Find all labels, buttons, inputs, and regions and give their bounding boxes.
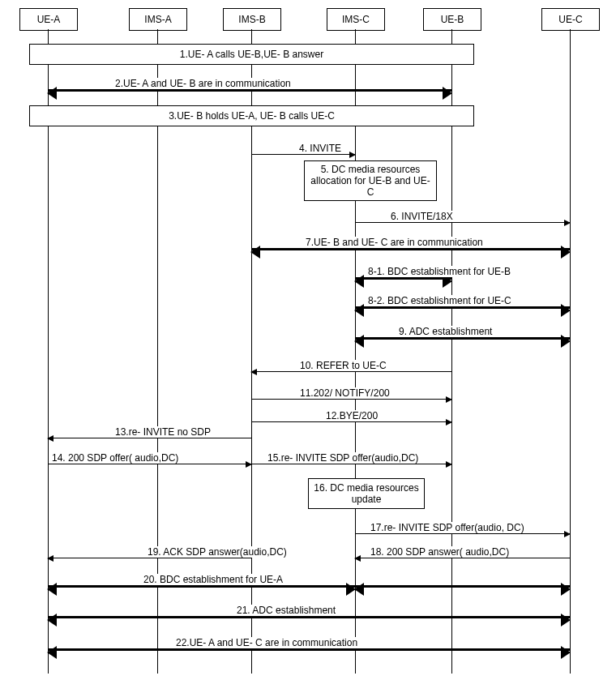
arrow-step-6 [355,222,570,223]
step-label: 9. ADC establishment [397,326,494,337]
arrow-step-8-2 [355,306,570,309]
step-label: 13.re- INVITE no SDP [113,426,212,438]
participant-ims-c: IMS-C [327,8,385,31]
step-label: 22.UE- A and UE- C are in communication [174,637,359,648]
step-label: 3.UE- B holds UE-A, UE- B calls UE-C [169,110,335,122]
step-label: 21. ADC establishment [235,605,337,616]
sequence-diagram: UE-A IMS-A IMS-B IMS-C UE-B UE-C 1.UE- A… [0,0,616,680]
step-label: 7.UE- B and UE- C are in communication [304,237,485,248]
step-label: 12.BYE/200 [324,410,379,421]
participant-ims-a: IMS-A [129,8,187,31]
lifeline-ue-c [570,29,571,674]
arrow-step-7 [251,248,570,250]
step-label: 8-2. BDC establishment for UE-C [366,295,513,306]
step-1-box: 1.UE- A calls UE-B,UE- B answer [29,44,474,65]
arrow-step-13 [48,438,251,438]
arrow-step-15 [251,464,451,464]
participant-label: UE-C [558,14,582,25]
step-label: 11.202/ NOTIFY/200 [298,387,391,399]
arrow-step-9 [355,337,570,340]
participant-label: IMS-C [342,14,370,25]
step-label: 6. INVITE/18X [389,211,455,222]
arrow-step-22 [48,648,570,651]
arrow-step-8-1 [355,277,451,280]
step-label: 2.UE- A and UE- B are in communication [113,78,293,89]
participant-ims-b: IMS-B [223,8,281,31]
step-label: 5. DC media resources allocation for UE-… [310,164,431,198]
arrow-step-18 [355,558,570,558]
arrow-step-17 [355,533,570,534]
step-label: 8-1. BDC establishment for UE-B [366,266,512,277]
participant-label: UE-A [37,14,61,25]
step-label: 14. 200 SDP offer( audio,DC) [50,452,180,464]
arrow-step-19 [48,558,251,558]
step-label: 4. INVITE [297,143,343,154]
arrow-step-10 [251,371,451,372]
arrow-step-4 [251,154,355,155]
step-label: 16. DC media resources update [314,482,419,505]
step-label: 17.re- INVITE SDP offer(audio, DC) [369,522,526,533]
step-label: 20. BDC establishment for UE-A [142,574,284,585]
step-label: 19. ACK SDP answer(audio,DC) [146,546,289,558]
arrow-step-12 [251,421,451,422]
step-label: 1.UE- A calls UE-B,UE- B answer [180,49,323,60]
step-label: 10. REFER to UE-C [298,360,388,371]
arrow-step-14 [48,464,251,464]
step-3-box: 3.UE- B holds UE-A, UE- B calls UE-C [29,105,474,126]
participant-ue-c: UE-C [541,8,600,31]
step-label: 15.re- INVITE SDP offer(audio,DC) [266,452,420,464]
arrow-step-2 [48,89,451,92]
step-label: 18. 200 SDP answer( audio,DC) [369,546,511,558]
step-16-box: 16. DC media resources update [308,478,425,509]
participant-label: IMS-B [238,14,265,25]
participant-ue-a: UE-A [19,8,78,31]
arrow-step-20-left [48,585,355,588]
arrow-step-21 [48,616,570,618]
arrow-step-20-right [355,585,570,588]
arrow-step-11 [251,399,451,400]
participant-ue-b: UE-B [423,8,481,31]
step-5-box: 5. DC media resources allocation for UE-… [304,160,437,201]
participant-label: UE-B [441,14,464,25]
participant-label: IMS-A [144,14,171,25]
